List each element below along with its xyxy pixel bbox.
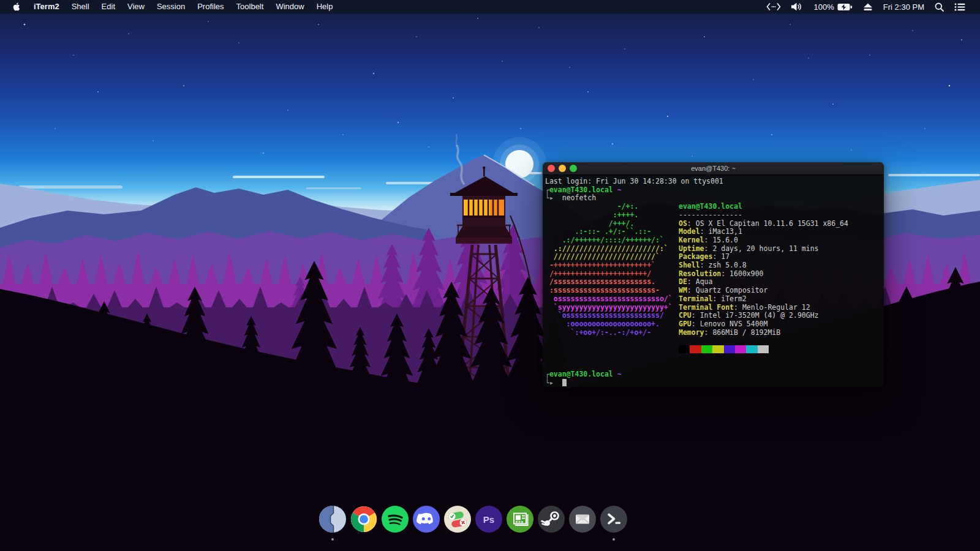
steam-icon: [538, 506, 565, 533]
dock-item-terminal[interactable]: [600, 506, 627, 533]
neofetch-info: evan@T430.local---------------OS: OS X E…: [679, 203, 848, 354]
code-nav-icon[interactable]: [766, 3, 781, 10]
volume-icon[interactable]: [791, 2, 804, 11]
dock-item-toggles[interactable]: [444, 506, 471, 533]
running-indicator-terminal: [612, 538, 615, 541]
apple-logo-icon: [12, 2, 21, 12]
menu-items-left: iTerm2ShellEditViewSessionProfilesToolbe…: [0, 0, 339, 13]
toggles-icon: [444, 506, 471, 533]
menu-toolbelt[interactable]: Toolbelt: [230, 0, 270, 13]
terminal-cursor: [562, 379, 567, 386]
dock-item-photoshop[interactable]: Ps: [475, 506, 502, 533]
color-palette: [679, 345, 848, 354]
terminal-content[interactable]: Last login: Fri Jun 30 14:28:30 on ttys0…: [543, 175, 884, 387]
status-area: 100% Fri 2:30 PM: [766, 2, 980, 12]
terminal-title: evan@T430: ~: [691, 165, 736, 172]
neofetch-output: -/+:. :++++. /+++/. .:-::- .+/:-``.::- .…: [545, 203, 884, 354]
photoshop-ps-label: Ps: [483, 514, 494, 525]
zoom-button[interactable]: [570, 165, 577, 172]
dock: Ps: [319, 506, 627, 533]
neofetch-ascii-art: -/+:. :++++. /+++/. .:-::- .+/:-``.::- .…: [545, 203, 679, 354]
menu-items: iTerm2ShellEditViewSessionProfilesToolbe…: [28, 0, 339, 13]
dock-item-finder[interactable]: [319, 506, 346, 533]
menu-edit[interactable]: Edit: [96, 0, 121, 13]
terminal-titlebar[interactable]: evan@T430: ~: [543, 162, 884, 175]
menu-bar: iTerm2ShellEditViewSessionProfilesToolbe…: [0, 0, 980, 13]
dock-item-spotify[interactable]: [382, 506, 409, 533]
chrome-icon: [350, 506, 377, 533]
battery-charging-icon: [837, 3, 853, 11]
dock-item-mail[interactable]: [569, 506, 596, 533]
login-line: Last login: Fri Jun 30 14:28:30 on ttys0…: [545, 178, 884, 186]
menu-iterm2[interactable]: iTerm2: [28, 0, 66, 13]
dock-item-green-window-app[interactable]: [507, 506, 533, 533]
apple-menu[interactable]: [0, 2, 28, 12]
menu-view[interactable]: View: [121, 0, 151, 13]
prompt-line: ┌evan@T430.local ~: [545, 186, 884, 195]
discord-icon: [413, 506, 440, 533]
menu-shell[interactable]: Shell: [66, 0, 96, 13]
command-line: └▸ neofetch: [545, 194, 884, 203]
terminal-icon: [600, 506, 627, 533]
menu-session[interactable]: Session: [151, 0, 191, 13]
dock-item-chrome[interactable]: [350, 506, 377, 533]
cursor-line: └▸: [545, 379, 884, 387]
menu-window[interactable]: Window: [270, 0, 310, 13]
running-indicator-finder: [331, 538, 334, 541]
menu-help[interactable]: Help: [311, 0, 339, 13]
eject-icon[interactable]: [863, 3, 873, 11]
terminal-window[interactable]: evan@T430: ~ Last login: Fri Jun 30 14:2…: [543, 162, 884, 387]
notification-list-icon[interactable]: [954, 2, 965, 12]
close-button[interactable]: [548, 165, 555, 172]
battery-percent: 100%: [814, 2, 834, 12]
spotify-icon: [382, 506, 409, 533]
green-window-app-icon: [507, 506, 533, 533]
dock-item-discord[interactable]: [413, 506, 440, 533]
menu-profiles[interactable]: Profiles: [191, 0, 230, 13]
menu-clock[interactable]: Fri 2:30 PM: [883, 2, 924, 12]
finder-icon: [319, 506, 346, 533]
search-icon[interactable]: [935, 2, 944, 12]
photoshop-icon: Ps: [475, 506, 502, 533]
mail-icon: [569, 506, 596, 533]
minimize-button[interactable]: [559, 165, 566, 172]
dock-item-steam[interactable]: [538, 506, 565, 533]
prompt-line: ┌evan@T430.local ~: [545, 370, 884, 379]
battery-status[interactable]: 100%: [814, 2, 853, 12]
